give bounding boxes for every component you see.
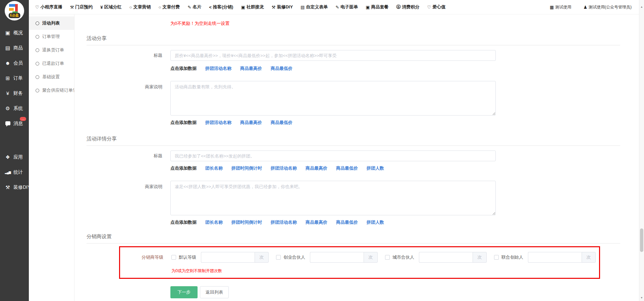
nav-item-group-chain[interactable]: ▣ 社群接龙 <box>241 4 264 10</box>
scroll-up-icon[interactable]: ▲ <box>639 5 644 9</box>
nav-item-article-pay[interactable]: ○ 文章付费 <box>158 4 180 10</box>
startup-partner-times-input[interactable] <box>310 252 364 263</box>
link-group-activity-name[interactable]: 拼团活动名称 <box>205 120 231 126</box>
section-title-distributor: 分销商设置 <box>87 233 620 244</box>
nav-item-promoter[interactable]: < 推客(分销) <box>209 4 233 10</box>
submenu-item-order-management[interactable]: 订单管理 <box>29 30 74 43</box>
link-product-max-price[interactable]: 商品最高价 <box>306 165 327 171</box>
submenu-item-refunded-orders[interactable]: 已退款订单 <box>29 57 74 70</box>
startup-partner-checkbox[interactable] <box>276 255 281 260</box>
city-partner-checkbox[interactable] <box>385 255 390 260</box>
sidebar-item-label: 统计 <box>13 169 23 175</box>
submenu-item-return-orders[interactable]: 退换货订单 <box>29 43 74 57</box>
times-suffix: 次 <box>582 252 596 263</box>
nav-item-product-package[interactable]: ▣ 商品套餐 <box>366 4 388 10</box>
sidebar-item-system[interactable]: ⚙ 系统 <box>0 101 29 116</box>
sidebar-item-statistics[interactable]: ▂▄▆ 统计 <box>0 165 29 180</box>
link-product-max-price[interactable]: 商品最高价 <box>240 120 262 126</box>
link-leader-name[interactable]: 团长名称 <box>205 165 223 171</box>
default-level-times-input[interactable] <box>201 252 255 263</box>
submenu-item-basic-settings[interactable]: 基础设置 <box>29 70 74 84</box>
link-product-min-price[interactable]: 商品最低价 <box>271 66 292 72</box>
back-to-list-button[interactable]: 返回列表 <box>200 286 229 298</box>
nav-item-custom-form[interactable]: ▤ 自定义表单 <box>301 4 328 10</box>
circle-icon: ○ <box>158 5 161 10</box>
distributor-highlight-box: 分销商等级 默认等级 次 创业合伙人 次 <box>119 246 600 279</box>
cofounder-label: 联合创始人 <box>501 254 523 260</box>
default-level-checkbox[interactable] <box>171 255 176 260</box>
scroll-down-icon[interactable]: ▼ <box>639 296 644 300</box>
detail-share-desc-textarea[interactable] <box>170 181 496 215</box>
nav-item-love-value[interactable]: ♡ 爱心值 <box>427 4 446 10</box>
next-step-button[interactable]: 下一步 <box>170 286 198 298</box>
link-product-min-price[interactable]: 商品最低价 <box>336 219 358 225</box>
detail-share-desc-links: 点击添加数据 团长名称 拼团时间倒计时 拼团活动名称 商品最高价 商品最低价 拼… <box>170 219 639 225</box>
nav-item-store-booking[interactable]: ⚒ 门店预约 <box>70 4 93 10</box>
sidebar-item-label: 商品 <box>13 45 23 51</box>
sidebar-item-label: 财务 <box>13 90 23 96</box>
navbar-right: ▦ 测试使用 ♟ 测试使用(公众号管理员) <box>550 0 632 14</box>
link-product-min-price[interactable]: 商品最低价 <box>271 120 292 126</box>
submenu-item-activity-list[interactable]: 活动列表 <box>29 16 74 30</box>
nav-item-decorate-diy[interactable]: ⚒ 装修DIY <box>272 4 293 10</box>
nav-item-label: 自定义表单 <box>306 4 328 10</box>
sidebar-item-goods[interactable]: ▤ 商品 <box>0 40 29 55</box>
sidebar-item-finance[interactable]: ¥ 财务 <box>0 86 29 101</box>
sidebar-item-messages[interactable]: 消息 … <box>0 116 29 131</box>
members-icon: ☻ <box>4 60 11 66</box>
nav-item-live[interactable]: ♡ 小程序直播 <box>35 4 62 10</box>
link-group-countdown[interactable]: 拼团时间倒计时 <box>231 219 262 225</box>
link-group-activity-name[interactable]: 拼团活动名称 <box>271 219 297 225</box>
nav-item-label: 文章营销 <box>133 4 151 10</box>
sidebar-item-decorate-diy[interactable]: ⚒ 装修DIY <box>0 180 29 195</box>
test-use-label: 测试使用 <box>555 4 571 10</box>
title-label: 标题 <box>74 52 162 58</box>
share-icon: < <box>209 5 212 10</box>
nav-item-article-marketing[interactable]: ○ 文章营销 <box>129 4 151 10</box>
times-suffix: 次 <box>364 252 378 263</box>
link-group-countdown[interactable]: 拼团时间倒计时 <box>231 165 262 171</box>
heart-icon: ♡ <box>35 5 39 10</box>
link-group-size[interactable]: 拼团人数 <box>367 219 384 225</box>
test-use-menu[interactable]: ▦ 测试使用 <box>550 4 571 10</box>
scrollbar-thumb[interactable] <box>640 228 643 252</box>
sidebar-item-label: 应用 <box>13 154 23 160</box>
link-group-size[interactable]: 拼团人数 <box>367 165 384 171</box>
nav-item-e-waybill[interactable]: ✎ 电子面单 <box>335 4 358 10</box>
activity-share-title-input[interactable] <box>170 50 496 61</box>
sidebar-item-orders[interactable]: ⊞ 订单 <box>0 71 29 86</box>
add-data-label: 点击添加数据 <box>170 120 197 126</box>
activity-share-title-links: 点击添加数据 拼团活动名称 商品最高价 商品最低价 <box>170 66 639 72</box>
activity-share-desc-row: 商家说明 <box>74 81 639 116</box>
level-group-cofounder: 联合创始人 次 <box>494 252 596 263</box>
activity-share-desc-textarea[interactable] <box>170 81 496 116</box>
bar-chart-icon: ▂▄▆ <box>4 171 11 174</box>
detail-share-title-input[interactable] <box>170 150 496 161</box>
sidebar-item-overview[interactable]: ▣ 概况 <box>0 25 29 40</box>
link-group-activity-name[interactable]: 拼团活动名称 <box>271 165 297 171</box>
startup-partner-label: 创业合伙人 <box>283 254 305 260</box>
sidebar-item-label: 装修DIY <box>13 184 31 190</box>
sidebar-item-label: 系统 <box>13 105 23 112</box>
sidebar-item-apps[interactable]: ❖ 应用 <box>0 149 29 165</box>
cofounder-checkbox[interactable] <box>494 255 499 260</box>
app-logo: E企盈 <box>5 1 24 20</box>
link-product-min-price[interactable]: 商品最低价 <box>336 165 358 171</box>
submenu-item-supply-chain-orders[interactable]: 聚合供应链订单管 <box>29 84 74 97</box>
cofounder-times-input[interactable] <box>528 252 582 263</box>
city-partner-times-input[interactable] <box>419 252 473 263</box>
nav-item-label: 装修DIY <box>277 4 293 10</box>
nav-item-label: 消费积分 <box>402 4 420 10</box>
page-scrollbar[interactable]: ▲ ▼ <box>639 0 644 301</box>
link-group-activity-name[interactable]: 拼团活动名称 <box>205 66 231 72</box>
link-leader-name[interactable]: 团长名称 <box>205 219 223 225</box>
account-menu[interactable]: ♟ 测试使用(公众号管理员) <box>583 4 632 10</box>
nav-item-region-bonus[interactable]: ¥ 区域分红 <box>100 4 121 10</box>
link-product-max-price[interactable]: 商品最高价 <box>306 219 327 225</box>
nav-item-business-card[interactable]: ✎ 名片 <box>187 4 201 10</box>
link-product-max-price[interactable]: 商品最高价 <box>240 66 262 72</box>
distributor-level-label: 分销商等级 <box>120 254 163 260</box>
nav-item-points[interactable]: Ⓢ 消费积分 <box>396 4 420 10</box>
sidebar-item-members[interactable]: ☻ 会员 <box>0 55 29 71</box>
form-icon: ▤ <box>301 5 305 10</box>
